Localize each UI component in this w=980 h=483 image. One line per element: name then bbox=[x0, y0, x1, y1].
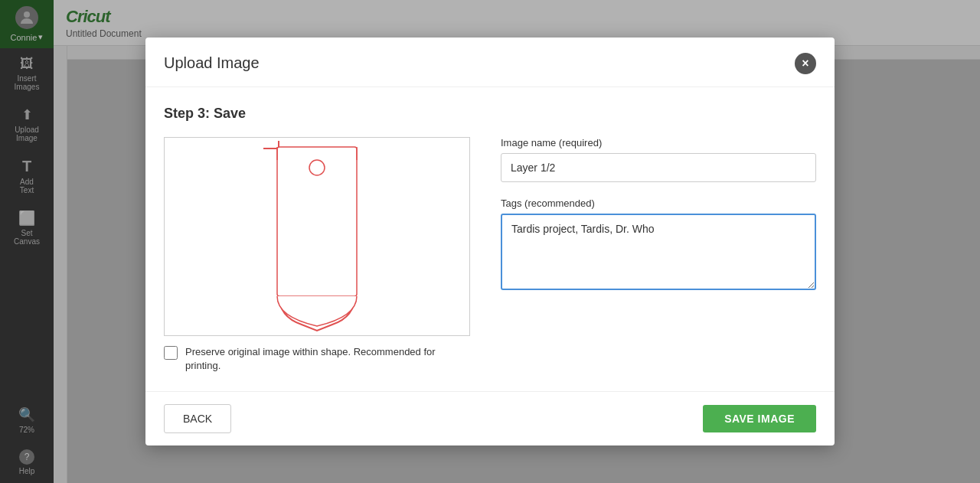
preserve-checkbox-row: Preserve original image within shape. Re… bbox=[164, 345, 470, 373]
save-image-button[interactable]: SAVE IMAGE bbox=[703, 405, 816, 432]
image-preview-area: Preserve original image within shape. Re… bbox=[164, 137, 470, 373]
image-name-label: Image name (required) bbox=[501, 137, 816, 148]
back-button[interactable]: BACK bbox=[164, 404, 231, 433]
preserve-checkbox[interactable] bbox=[164, 346, 178, 360]
modal-overlay: Upload Image × Step 3: Save bbox=[0, 0, 980, 483]
modal-body: Step 3: Save bbox=[145, 87, 835, 391]
modal-footer: BACK SAVE IMAGE bbox=[145, 391, 835, 445]
step-title: Step 3: Save bbox=[164, 106, 816, 122]
close-button[interactable]: × bbox=[795, 53, 816, 74]
tags-label: Tags (recommended) bbox=[501, 197, 816, 209]
image-preview-box bbox=[164, 137, 470, 336]
preserve-label: Preserve original image within shape. Re… bbox=[185, 345, 470, 373]
modal-content-row: Preserve original image within shape. Re… bbox=[164, 137, 816, 373]
svg-point-2 bbox=[309, 160, 325, 175]
tag-shape-svg bbox=[256, 141, 378, 332]
tags-textarea[interactable] bbox=[501, 214, 816, 290]
modal-header: Upload Image × bbox=[145, 38, 835, 87]
form-area: Image name (required) Tags (recommended) bbox=[501, 137, 816, 308]
modal-title: Upload Image bbox=[164, 54, 260, 72]
image-name-input[interactable] bbox=[501, 153, 816, 182]
image-name-group: Image name (required) bbox=[501, 137, 816, 182]
upload-image-modal: Upload Image × Step 3: Save bbox=[145, 38, 835, 445]
tags-group: Tags (recommended) bbox=[501, 197, 816, 293]
